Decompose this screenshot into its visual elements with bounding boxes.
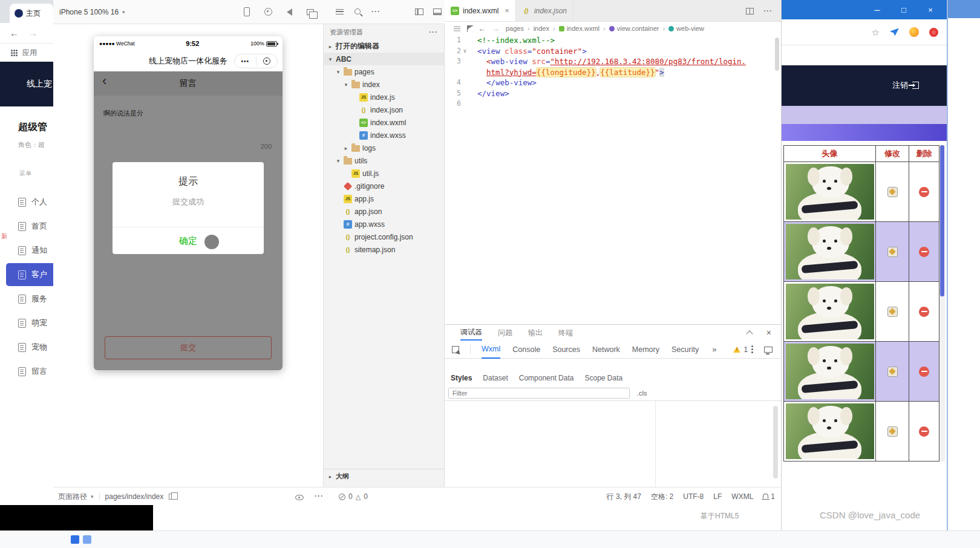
devtools-tab-network[interactable]: Network [592, 341, 620, 359]
tree-item-open-editors[interactable]: ▸打开的编辑器 [324, 40, 444, 53]
devtools-tab-console[interactable]: Console [512, 341, 540, 359]
delete-icon[interactable] [919, 247, 929, 257]
multi-window-icon[interactable] [307, 9, 314, 15]
eye-icon[interactable] [295, 495, 304, 500]
page-scrollbar[interactable] [939, 145, 945, 462]
taskbar-app-icon[interactable] [71, 535, 79, 544]
delete-icon[interactable] [919, 187, 929, 197]
tree-item-project-abc[interactable]: ▾ABC [324, 53, 444, 65]
tree-item-app-js[interactable]: JSapp.js [324, 192, 444, 205]
outline-section[interactable]: ▸ 大纲 [324, 469, 444, 483]
forward-icon[interactable]: → [492, 24, 500, 33]
edit-icon[interactable] [887, 367, 898, 377]
back-icon[interactable]: ← [10, 28, 19, 38]
bookmark-icon[interactable] [467, 25, 472, 32]
editor-tab-index-wxml[interactable]: <>index.wxml× [445, 0, 516, 21]
breadcrumb-item-pages[interactable]: pages [506, 25, 524, 32]
devtools-tab-sources[interactable]: Sources [552, 341, 580, 359]
device-selector[interactable]: iPhone 5 100% 16 ▾ [59, 8, 125, 16]
sidebar-item-cute-pets[interactable]: 萌宠 [0, 311, 53, 335]
close-button[interactable]: × [920, 0, 941, 19]
devtools-tab-memory[interactable]: Memory [632, 341, 659, 359]
tree-item-index-json[interactable]: {}index.json [324, 103, 444, 116]
code-editor[interactable]: 12∨3456 <!--index.wxml--><view class="co… [445, 35, 781, 324]
record-icon[interactable] [264, 8, 272, 16]
tree-item-index[interactable]: ▾index [324, 78, 444, 91]
minimize-button[interactable]: ─ [866, 0, 888, 19]
styles-subtab-dataset[interactable]: Dataset [483, 374, 508, 382]
avatar[interactable] [909, 27, 919, 37]
notifications[interactable]: 1 [763, 492, 775, 501]
tree-item-project-config-json[interactable]: {}project.config.json [324, 230, 444, 243]
edit-icon[interactable] [887, 307, 898, 317]
fold-icon[interactable]: ∨ [461, 46, 469, 57]
kebab-menu-icon[interactable] [751, 345, 753, 347]
panel-tab-problems[interactable]: 问题 [498, 325, 512, 341]
tree-item-pages[interactable]: ▾pages [324, 65, 444, 78]
devtools-tab-wxml[interactable]: Wxml [482, 341, 500, 359]
language-mode[interactable]: WXML [731, 492, 753, 501]
toggle-sidebar-icon[interactable] [415, 8, 423, 15]
bookmark-star-icon[interactable]: ☆ [872, 28, 880, 37]
edit-icon[interactable] [887, 187, 898, 197]
panel-tab-debugger[interactable]: 调试器 [460, 325, 482, 341]
rotate-icon[interactable] [287, 8, 292, 16]
eol[interactable]: LF [713, 492, 722, 501]
taskbar-app-icon[interactable] [83, 535, 91, 544]
list-icon[interactable] [454, 26, 460, 31]
more-icon[interactable]: ··· [315, 492, 324, 500]
breadcrumb-item-index-wxml[interactable]: index.wxml [559, 25, 599, 32]
sidebar-item-messages[interactable]: 留言 [0, 359, 53, 383]
close-tab-icon[interactable]: × [505, 6, 509, 15]
filter-input[interactable] [448, 388, 630, 399]
explorer-toggle-icon[interactable] [336, 9, 344, 15]
styles-subtab-styles[interactable]: Styles [451, 374, 472, 382]
forward-icon[interactable]: → [28, 28, 38, 38]
panel-tab-output[interactable]: 输出 [528, 325, 543, 341]
scrollbar-thumb[interactable] [940, 145, 944, 296]
more-menu-icon[interactable]: ••• [235, 58, 256, 65]
back-icon[interactable]: ← [478, 24, 486, 33]
breadcrumb-item-index[interactable]: index [534, 25, 549, 32]
tree-item-sitemap-json[interactable]: {}sitemap.json [324, 243, 444, 256]
browser-tab-home[interactable]: 主页 [10, 4, 53, 23]
more-icon[interactable]: ··· [763, 7, 773, 15]
more-icon[interactable]: ··· [429, 28, 438, 36]
confirm-button[interactable]: 确定 [113, 227, 264, 254]
apps-label[interactable]: 应用 [22, 48, 37, 58]
breadcrumb-item-view-container[interactable]: view.container [609, 25, 659, 32]
tree-item-app-json[interactable]: {}app.json [324, 205, 444, 218]
panel-tab-terminal[interactable]: 终端 [558, 325, 573, 341]
maximize-button[interactable]: □ [893, 0, 915, 19]
device-toolbar-icon[interactable] [764, 347, 773, 353]
tree-item-index-wxml[interactable]: <>index.wxml [324, 116, 444, 129]
sidebar-item-home[interactable]: 首页 [0, 214, 53, 238]
sidebar-item-pets[interactable]: 宠物 [0, 335, 53, 359]
breadcrumb-item-web-view[interactable]: web-view [668, 25, 704, 32]
devtools-tab-security[interactable]: Security [671, 341, 699, 359]
indentation[interactable]: 空格: 2 [651, 492, 673, 502]
inspect-icon[interactable] [452, 346, 459, 353]
device-frame-icon[interactable] [244, 7, 250, 16]
panel-scrollbar[interactable] [773, 406, 778, 478]
collapse-panel-icon[interactable] [746, 330, 753, 337]
page-path-selector[interactable]: 页面路径 ▾ pages/index/index [58, 488, 174, 506]
sidebar-item-profile[interactable]: 个人 [0, 190, 53, 214]
encoding[interactable]: UTF-8 [683, 492, 704, 501]
more-icon[interactable]: ··· [371, 7, 381, 16]
delete-icon[interactable] [919, 426, 929, 437]
sidebar-item-notifications[interactable]: 通知 [0, 238, 53, 263]
problems-indicator[interactable]: 0 △ 0 [339, 488, 368, 506]
tree-item-logs[interactable]: ▸logs [324, 142, 444, 154]
cursor-position[interactable]: 行 3, 列 47 [607, 492, 641, 502]
tree-item-gitignore[interactable]: .gitignore [324, 180, 444, 192]
tree-item-utils[interactable]: ▾utils [324, 154, 444, 167]
search-icon[interactable] [354, 8, 361, 15]
edit-icon[interactable] [887, 247, 898, 257]
close-icon[interactable]: × [766, 328, 771, 338]
extension-icon[interactable] [890, 28, 899, 36]
copy-icon[interactable] [169, 494, 174, 500]
sidebar-item-customers[interactable]: 客户 [6, 263, 53, 286]
styles-subtab-scope-data[interactable]: Scope Data [584, 374, 622, 382]
tree-item-util-js[interactable]: JSutil.js [324, 167, 444, 180]
